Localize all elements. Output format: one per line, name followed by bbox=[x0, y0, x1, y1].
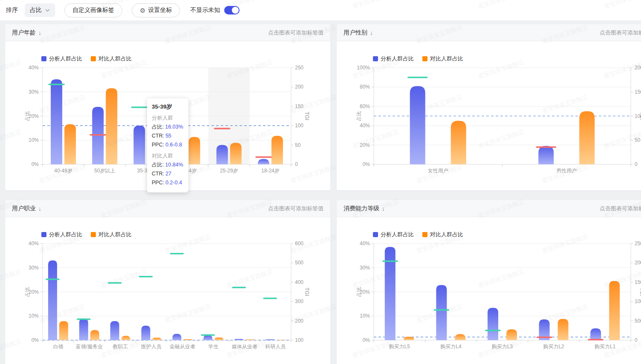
panel-user-gender: 用户性别 ↓ 点击图表可添加标签值 分析人群占比 对比人群占比 0%20%40%… bbox=[337, 24, 641, 190]
tooltip-row: 占比:10.84% bbox=[152, 161, 184, 169]
hide-unknown-toggle[interactable] bbox=[224, 6, 240, 14]
svg-text:25-29岁: 25-29岁 bbox=[220, 168, 238, 174]
legend: 分析人群占比 对比人群占比 bbox=[373, 55, 463, 63]
legend-item-analysis[interactable]: 分析人群占比 bbox=[373, 55, 414, 63]
legend-label: 对比人群占比 bbox=[430, 55, 463, 63]
svg-text:2000: 2000 bbox=[635, 260, 641, 266]
svg-text:男性用户: 男性用户 bbox=[556, 168, 577, 174]
panel-hint: 点击图表可添加标签值 bbox=[268, 205, 323, 212]
legend-swatch-orange bbox=[91, 56, 96, 61]
legend-swatch-blue bbox=[373, 232, 378, 237]
svg-text:购买力L4: 购买力L4 bbox=[440, 344, 462, 350]
svg-text:60%: 60% bbox=[360, 103, 370, 109]
svg-text:TGI: TGI bbox=[304, 112, 310, 120]
svg-text:500: 500 bbox=[295, 260, 303, 266]
sort-select[interactable]: 占比 bbox=[25, 3, 55, 17]
legend-item-analysis[interactable]: 分析人群占比 bbox=[41, 55, 82, 63]
svg-text:金融从业者: 金融从业者 bbox=[169, 344, 195, 350]
legend-label: 分析人群占比 bbox=[381, 231, 414, 238]
panel-hint: 点击图表可添加标签值 bbox=[600, 205, 641, 212]
legend-item-analysis[interactable]: 分析人群占比 bbox=[41, 231, 82, 238]
tooltip-group-compare: 对比人群 bbox=[152, 152, 184, 160]
svg-text:30%: 30% bbox=[29, 89, 39, 95]
svg-text:40%: 40% bbox=[29, 65, 39, 71]
svg-text:女性用户: 女性用户 bbox=[428, 168, 448, 174]
toolbar: 排序 占比 自定义画像标签 ⚙ 设置坐标 不显示未知 bbox=[0, 0, 641, 20]
legend-label: 分析人群占比 bbox=[381, 55, 414, 63]
sort-descending-icon[interactable]: ↓ bbox=[38, 29, 41, 36]
svg-text:占比: 占比 bbox=[24, 287, 30, 297]
svg-text:0: 0 bbox=[635, 161, 638, 167]
svg-text:40%: 40% bbox=[360, 123, 370, 129]
svg-text:18-24岁: 18-24岁 bbox=[261, 168, 280, 174]
legend-label: 对比人群占比 bbox=[98, 55, 132, 63]
svg-text:300: 300 bbox=[295, 298, 303, 304]
panel-hint: 点击图表可添加标签值 bbox=[600, 29, 641, 37]
tooltip-row: PPC:0.2-0.4 bbox=[152, 178, 184, 187]
legend-swatch-blue bbox=[373, 56, 378, 61]
svg-text:150: 150 bbox=[295, 103, 303, 109]
svg-text:0%: 0% bbox=[363, 161, 370, 167]
svg-text:10%: 10% bbox=[360, 313, 370, 319]
svg-text:0: 0 bbox=[635, 337, 638, 343]
svg-text:媒体从业者: 媒体从业者 bbox=[232, 344, 257, 350]
chart-canvas-user-gender[interactable]: 0%20%40%60%80%100%050100150200女性用户男性用户占比… bbox=[337, 41, 641, 190]
legend-item-compare[interactable]: 对比人群占比 bbox=[91, 55, 132, 63]
tooltip-group-analysis: 分析人群 bbox=[152, 115, 184, 122]
tooltip-row: 占比:16.03% bbox=[152, 123, 184, 132]
legend-item-analysis[interactable]: 分析人群占比 bbox=[373, 231, 414, 238]
svg-text:购买力L3: 购买力L3 bbox=[492, 344, 513, 350]
legend-label: 对比人群占比 bbox=[430, 231, 463, 238]
panel-user-gender-header: 用户性别 ↓ 点击图表可添加标签值 bbox=[337, 24, 641, 41]
legend-swatch-orange bbox=[91, 232, 96, 237]
tooltip-row: CTR:55 bbox=[152, 132, 184, 140]
svg-text:200: 200 bbox=[295, 318, 303, 324]
set-axis-button[interactable]: ⚙ 设置坐标 bbox=[132, 3, 180, 17]
panel-consumption-level: 消费能力等级 ↓ 点击图表可添加标签值 分析人群占比 对比人群占比 0%10%2… bbox=[337, 200, 641, 364]
chart-canvas-user-occupation[interactable]: 0%10%20%30%40%100200300400500600白领蓝领/服务业… bbox=[5, 217, 330, 364]
svg-text:0: 0 bbox=[295, 161, 298, 167]
svg-text:30%: 30% bbox=[29, 265, 39, 271]
custom-portrait-label-button[interactable]: 自定义画像标签 bbox=[64, 3, 122, 17]
legend-label: 对比人群占比 bbox=[98, 231, 132, 238]
svg-text:购买力L1: 购买力L1 bbox=[595, 344, 616, 350]
panel-title: 用户年龄 bbox=[12, 29, 36, 37]
panel-consumption-level-header: 消费能力等级 ↓ 点击图表可添加标签值 bbox=[337, 200, 641, 217]
panel-user-occupation: 用户职业 ↓ 点击图表可添加标签值 分析人群占比 对比人群占比 0%10%20%… bbox=[5, 200, 330, 364]
svg-text:教职工: 教职工 bbox=[113, 344, 128, 350]
legend-label: 分析人群占比 bbox=[49, 55, 82, 63]
legend: 分析人群占比 对比人群占比 bbox=[41, 231, 132, 238]
svg-text:150: 150 bbox=[635, 89, 641, 95]
svg-text:科研人员: 科研人员 bbox=[265, 344, 286, 350]
svg-text:购买力L2: 购买力L2 bbox=[543, 344, 564, 350]
legend-swatch-orange bbox=[422, 232, 427, 237]
tooltip-row: CTR:27 bbox=[152, 169, 184, 178]
svg-text:200: 200 bbox=[635, 65, 641, 71]
svg-text:30%: 30% bbox=[360, 265, 370, 271]
chart-canvas-consumption-level[interactable]: 0%10%20%30%40%05001000150020002500购买力L5购… bbox=[337, 217, 641, 364]
svg-text:占比: 占比 bbox=[356, 111, 362, 121]
chart-tooltip: 35-39岁 分析人群 占比:16.03% CTR:55 PPC:0.6-0.8… bbox=[147, 98, 188, 192]
svg-text:学生: 学生 bbox=[208, 344, 219, 350]
tooltip-row: PPC:0.6-0.8 bbox=[152, 140, 184, 149]
legend-item-compare[interactable]: 对比人群占比 bbox=[422, 231, 463, 238]
svg-text:20%: 20% bbox=[360, 142, 370, 148]
tooltip-title: 35-39岁 bbox=[152, 103, 184, 111]
legend-item-compare[interactable]: 对比人群占比 bbox=[91, 231, 132, 238]
svg-text:TGI: TGI bbox=[639, 288, 641, 296]
svg-text:100: 100 bbox=[295, 123, 303, 129]
svg-text:100: 100 bbox=[295, 337, 303, 343]
set-axis-text: 设置坐标 bbox=[148, 6, 172, 14]
svg-text:600: 600 bbox=[295, 241, 303, 246]
svg-text:0%: 0% bbox=[32, 161, 39, 167]
sort-descending-icon[interactable]: ↓ bbox=[370, 29, 373, 36]
sort-descending-icon[interactable]: ↓ bbox=[38, 205, 41, 212]
panel-title: 用户职业 bbox=[12, 205, 36, 212]
panel-title: 用户性别 bbox=[344, 29, 367, 37]
svg-text:占比: 占比 bbox=[356, 287, 362, 297]
legend: 分析人群占比 对比人群占比 bbox=[41, 55, 132, 63]
hide-unknown-label: 不显示未知 bbox=[190, 6, 220, 14]
legend-item-compare[interactable]: 对比人群占比 bbox=[422, 55, 463, 63]
sort-descending-icon[interactable]: ↓ bbox=[382, 205, 385, 212]
svg-text:400: 400 bbox=[295, 279, 303, 285]
